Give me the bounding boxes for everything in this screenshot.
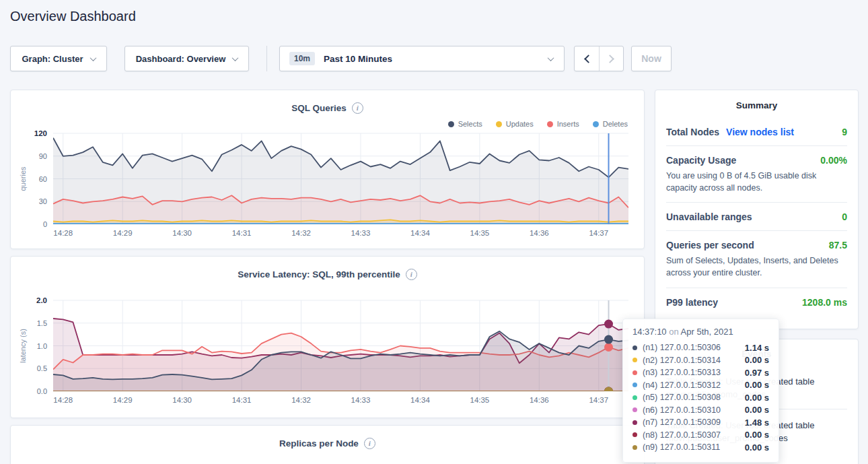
sql-queries-legend: SelectsUpdatesInsertsDeletes (448, 120, 628, 128)
replicas-per-node-panel: Replicas per Node i (10, 425, 645, 464)
next-time-button[interactable] (599, 46, 623, 71)
tooltip-row: (n8) 127.0.0.1:503070.00 s (632, 429, 769, 442)
sql-queries-title-row: SQL Queries i (11, 101, 644, 114)
chevron-right-icon (606, 55, 614, 63)
legend-item[interactable]: Deletes (593, 120, 628, 128)
summary-row-value: 9 (842, 127, 847, 137)
graph-dropdown[interactable]: Graph: Cluster (10, 46, 107, 71)
tooltip-node-value: 0.00 s (745, 442, 769, 453)
legend-label: Inserts (557, 120, 579, 128)
svg-text:14:29: 14:29 (113, 396, 133, 404)
chevron-down-icon (548, 55, 554, 61)
svg-text:14:36: 14:36 (530, 396, 549, 404)
svg-text:14:28: 14:28 (53, 229, 73, 237)
legend-dot-icon (448, 121, 454, 127)
tooltip-timestamp: 14:37:10 on Apr 5th, 2021 (632, 327, 769, 337)
summary-body: Total NodesView nodes list9Capacity Usag… (655, 118, 858, 316)
tooltip-node-label: (n2) 127.0.0.1:50314 (643, 356, 721, 365)
svg-text:queries: queries (19, 166, 27, 191)
chevron-down-icon (89, 55, 96, 61)
service-latency-chart[interactable]: 0.00.51.01.52.014:2814:2914:3014:3114:32… (11, 281, 645, 410)
chevron-down-icon (232, 55, 239, 61)
tooltip-node-value: 0.00 s (745, 393, 769, 403)
time-range-badge: 10m (289, 52, 315, 65)
tooltip-node-label: (n4) 127.0.0.1:50312 (643, 380, 721, 390)
node-color-dot (632, 407, 637, 412)
info-icon[interactable]: i (352, 102, 363, 114)
summary-title: Summary (655, 90, 858, 118)
svg-text:14:33: 14:33 (351, 396, 371, 404)
info-icon[interactable]: i (364, 438, 375, 449)
summary-panel: Summary Total NodesView nodes list9Capac… (655, 90, 859, 329)
legend-label: Updates (506, 120, 534, 128)
prev-time-button[interactable] (575, 46, 599, 71)
tooltip-rows: (n1) 127.0.0.1:503061.14 s(n2) 127.0.0.1… (632, 341, 769, 454)
legend-label: Selects (458, 120, 482, 128)
svg-text:14:36: 14:36 (530, 229, 549, 237)
summary-row: Queries per second87.5Sum of Selects, Up… (666, 231, 847, 288)
svg-text:14:37: 14:37 (589, 229, 608, 237)
dashboard-dropdown[interactable]: Dashboard: Overview (124, 46, 249, 71)
svg-text:14:30: 14:30 (172, 396, 192, 404)
summary-row: Unavailable ranges0 (666, 203, 847, 231)
svg-text:14:32: 14:32 (291, 396, 311, 404)
sql-queries-panel: SQL Queries i SelectsUpdatesInsertsDelet… (10, 90, 645, 249)
view-nodes-list-link[interactable]: View nodes list (726, 127, 794, 137)
tooltip-node-value: 0.00 s (745, 430, 769, 440)
summary-row-label: Capacity Usage (666, 155, 736, 166)
toolbar: Graph: Cluster Dashboard: Overview 10m P… (10, 46, 858, 71)
node-color-dot (632, 358, 637, 362)
summary-row-label: Unavailable ranges (666, 211, 752, 222)
time-range-dropdown[interactable]: 10m Past 10 Minutes (279, 46, 565, 71)
chart-hover-tooltip: 14:37:10 on Apr 5th, 2021 (n1) 127.0.0.1… (622, 319, 779, 463)
dashboard-dropdown-label: Dashboard: Overview (136, 54, 226, 64)
node-color-dot (632, 345, 637, 350)
node-color-dot (632, 370, 637, 375)
svg-text:14:32: 14:32 (291, 229, 311, 237)
svg-text:14:34: 14:34 (410, 396, 430, 404)
svg-text:14:37: 14:37 (589, 396, 608, 404)
info-icon[interactable]: i (406, 269, 417, 280)
tooltip-row: (n5) 127.0.0.1:503080.00 s (632, 391, 769, 404)
tooltip-node-label: (n7) 127.0.0.1:50309 (643, 418, 721, 427)
summary-row-description: Sum of Selects, Updates, Inserts, and De… (666, 255, 847, 279)
tooltip-node-label: (n5) 127.0.0.1:50308 (643, 393, 721, 402)
svg-text:120: 120 (34, 129, 47, 137)
summary-row-value: 87.5 (829, 240, 847, 251)
legend-item[interactable]: Inserts (547, 120, 579, 128)
legend-dot-icon (547, 121, 553, 127)
legend-item[interactable]: Updates (496, 120, 534, 128)
svg-text:60: 60 (39, 175, 47, 183)
tooltip-node-value: 1.48 s (745, 418, 769, 428)
legend-label: Deletes (603, 120, 628, 128)
svg-text:latency (s): latency (s) (19, 329, 27, 363)
svg-text:0: 0 (43, 220, 47, 228)
summary-row-value: 0 (842, 211, 847, 222)
summary-row: Total NodesView nodes list9 (666, 118, 847, 146)
tooltip-node-label: (n1) 127.0.0.1:50306 (643, 343, 721, 352)
hover-dot (604, 335, 613, 344)
svg-text:14:31: 14:31 (232, 229, 252, 237)
summary-row: P99 latency1208.0 ms (666, 288, 847, 316)
legend-item[interactable]: Selects (448, 120, 482, 128)
now-button[interactable]: Now (631, 46, 672, 71)
sql-queries-chart[interactable]: 030609012014:2814:2914:3014:3114:3214:33… (11, 114, 645, 244)
svg-text:14:33: 14:33 (351, 229, 371, 237)
svg-text:90: 90 (39, 152, 47, 160)
chart-title: Service Latency: SQL, 99th percentile (238, 269, 400, 279)
svg-text:2.0: 2.0 (36, 296, 47, 304)
tooltip-time: 14:37:10 (632, 327, 667, 337)
svg-text:30: 30 (39, 197, 47, 205)
summary-row: Capacity Usage0.00%You are using 0 B of … (666, 146, 847, 203)
tooltip-node-value: 0.00 s (745, 405, 769, 415)
summary-row-value: 0.00% (820, 155, 847, 166)
service-latency-panel: Service Latency: SQL, 99th percentile i … (10, 256, 645, 418)
node-color-dot (632, 445, 637, 450)
tooltip-node-value: 0.00 s (745, 355, 769, 365)
svg-text:14:31: 14:31 (232, 396, 252, 404)
hover-dot (604, 320, 613, 329)
page-title: Overview Dashboard (10, 9, 136, 24)
summary-row-value: 1208.0 ms (802, 297, 847, 308)
tooltip-node-label: (n8) 127.0.0.1:50307 (643, 430, 721, 440)
tooltip-row: (n9) 127.0.0.1:503110.00 s (632, 441, 769, 454)
